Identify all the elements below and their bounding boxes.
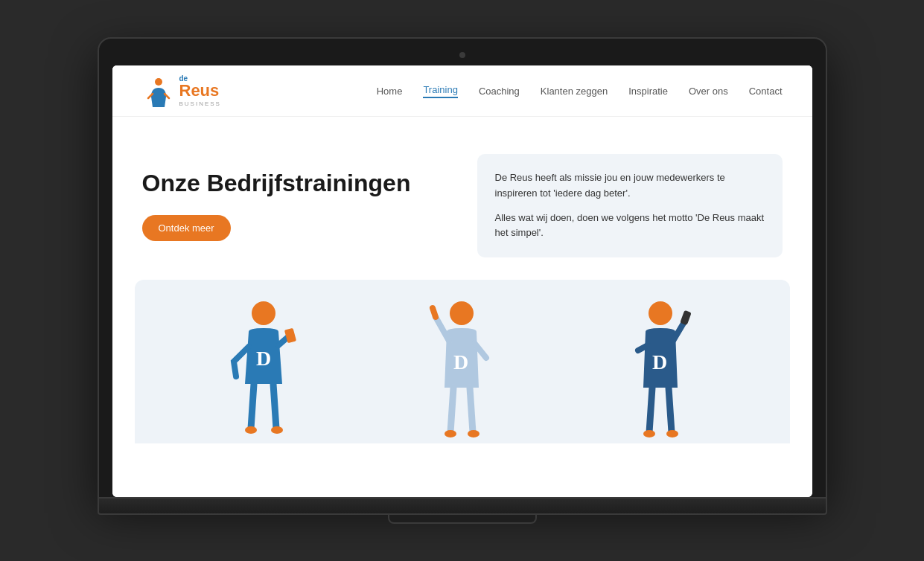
figure-1: D — [223, 295, 305, 443]
nav-link-contact[interactable]: Contact — [749, 86, 783, 97]
svg-rect-12 — [680, 310, 692, 325]
svg-point-14 — [666, 430, 678, 437]
nav-link-klanten[interactable]: Klanten zeggen — [541, 86, 608, 97]
figure-3-svg: D — [619, 295, 701, 443]
laptop-container: de Reus BUSINESS Home Training Coaching … — [98, 37, 827, 524]
svg-text:D: D — [453, 350, 468, 374]
hero-left: Onze Bedrijfstrainingen Ontdek meer — [142, 154, 447, 241]
laptop-base — [98, 499, 827, 515]
laptop-screen: de Reus BUSINESS Home Training Coaching … — [112, 65, 812, 497]
logo-reus: Reus — [179, 83, 221, 99]
info-paragraph-2: Alles wat wij doen, doen we volgens het … — [495, 211, 765, 242]
hero-right: De Reus heeft als missie jou en jouw med… — [477, 154, 783, 257]
navigation: de Reus BUSINESS Home Training Coaching … — [112, 65, 812, 117]
nav-link-training[interactable]: Training — [423, 84, 457, 98]
figures-section: D — [135, 280, 790, 443]
svg-point-4 — [245, 426, 257, 434]
logo-person-icon — [142, 74, 175, 107]
figure-2: D — [421, 295, 503, 443]
svg-point-8 — [445, 430, 456, 437]
svg-text:D: D — [256, 347, 271, 370]
logo[interactable]: de Reus BUSINESS — [142, 74, 221, 107]
nav-link-home[interactable]: Home — [377, 86, 403, 97]
info-paragraph-1: De Reus heeft als missie jou en jouw med… — [495, 170, 765, 202]
svg-point-9 — [468, 430, 479, 437]
logo-text-stack: de Reus BUSINESS — [179, 75, 221, 107]
nav-link-over-ons[interactable]: Over ons — [689, 86, 728, 97]
svg-point-13 — [643, 430, 655, 437]
website: de Reus BUSINESS Home Training Coaching … — [112, 65, 812, 497]
figure-2-svg: D — [421, 295, 503, 443]
hero-title: Onze Bedrijfstrainingen — [142, 169, 447, 197]
figure-1-svg: D — [223, 295, 305, 443]
nav-link-coaching[interactable]: Coaching — [479, 86, 520, 97]
svg-text:D: D — [652, 350, 667, 374]
laptop-body: de Reus BUSINESS Home Training Coaching … — [98, 37, 827, 499]
svg-point-1 — [252, 301, 275, 325]
laptop-camera — [459, 52, 465, 58]
nav-links: Home Training Coaching Klanten zeggen In… — [377, 84, 783, 98]
svg-point-6 — [450, 301, 474, 325]
svg-point-0 — [155, 78, 162, 86]
ontdek-meer-button[interactable]: Ontdek meer — [142, 215, 231, 241]
svg-point-5 — [271, 426, 283, 434]
nav-link-inspiratie[interactable]: Inspiratie — [628, 86, 668, 97]
svg-point-10 — [649, 301, 672, 325]
laptop-stand — [388, 515, 537, 524]
info-box: De Reus heeft als missie jou en jouw med… — [477, 154, 783, 257]
hero-section: Onze Bedrijfstrainingen Ontdek meer De R… — [112, 117, 812, 280]
figure-3: D — [619, 295, 701, 443]
logo-business: BUSINESS — [179, 100, 221, 107]
